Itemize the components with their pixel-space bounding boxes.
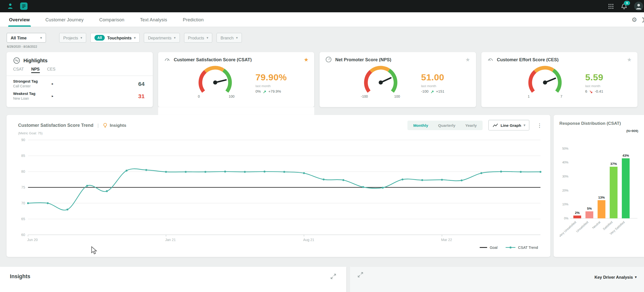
csat-value: 79.90% <box>256 72 287 83</box>
favorite-star-icon[interactable]: ★ <box>304 56 309 63</box>
csat-prev-value: 0% <box>256 89 261 93</box>
svg-text:20%: 20% <box>562 189 569 192</box>
ces-value-block: 5.59 last month 6 ↘ -0.41 <box>585 72 603 94</box>
tab-comparison[interactable]: Comparison <box>99 12 124 27</box>
dashboard-list-icon[interactable] <box>20 2 28 10</box>
tabs-right: ⚙ ❯ <box>631 12 639 27</box>
more-options-icon[interactable]: ⋮ <box>535 122 544 128</box>
csat-card-header: Customer Satisfaction Score (CSAT) ★ <box>164 56 309 63</box>
caret-down-icon: ▾ <box>40 36 42 40</box>
tab-prediction[interactable]: Prediction <box>183 12 204 27</box>
trend-controls: Monthly Quarterly Yearly Line Graph ▾ ⋮ <box>408 120 544 130</box>
highlights-tab-nps[interactable]: NPS <box>31 67 40 73</box>
caret-down-icon: ▾ <box>207 36 208 40</box>
csat-score-card[interactable]: Customer Satisfaction Score (CSAT) ★ 010… <box>158 52 314 107</box>
nps-card-body: -100100 51.00 last month -100 ↗ +151 <box>325 63 470 103</box>
favorite-star-icon[interactable]: ★ <box>627 56 632 63</box>
tab-overview[interactable]: Overview <box>9 12 30 27</box>
legend-csat-trend: CSAT Trend <box>506 246 538 250</box>
svg-text:Satisfied: Satisfied <box>602 220 613 231</box>
svg-text:10%: 10% <box>562 203 569 206</box>
products-dropdown[interactable]: Products ▾ <box>184 33 213 43</box>
svg-text:Jun 20: Jun 20 <box>27 238 38 242</box>
csat-trend-panel: Customer Satisfaction Score Trend | Insi… <box>7 115 550 257</box>
nps-delta: +151 <box>436 89 444 93</box>
expand-icon[interactable] <box>357 272 364 278</box>
ces-card-body: 17 5.59 last month 6 ↘ -0.41 <box>487 63 632 103</box>
caret-down-icon: ▾ <box>81 36 82 40</box>
svg-text:85: 85 <box>21 154 25 158</box>
card-title: Customer Effort Score (CES) <box>497 57 559 62</box>
trend-up-icon: ↗ <box>263 89 266 94</box>
branch-dropdown[interactable]: Branch ▾ <box>216 33 242 43</box>
svg-text:90: 90 <box>21 138 25 142</box>
time-range-dropdown[interactable]: All Time ▾ <box>7 33 46 43</box>
brand-logo-icon[interactable] <box>7 3 14 10</box>
bottom-panels-row: Insights Key Driver Analysis ▾ <box>0 267 644 292</box>
legend-goal: Goal <box>480 246 498 250</box>
weakest-tag-label: Weakest Tag <box>13 92 51 96</box>
highlights-tabs: CSAT NPS CES <box>7 67 153 76</box>
nps-value: 51.00 <box>421 72 444 83</box>
weakest-tag-name: New Loan <box>13 96 51 100</box>
divider: | <box>97 123 99 128</box>
trend-header: Customer Satisfaction Score Trend | Insi… <box>7 120 550 130</box>
weakest-tag-row[interactable]: Weakest Tag New Loan ▸ 31 <box>7 88 153 100</box>
insights-panel: Insights <box>0 267 346 292</box>
nps-score-card[interactable]: Net Promoter Score (NPS) ★ -100100 51.00… <box>320 52 476 107</box>
legend-series-label: CSAT Trend <box>518 246 538 250</box>
departments-dropdown[interactable]: Departments ▾ <box>144 33 180 43</box>
ces-score-card[interactable]: Customer Effort Score (CES) ★ 17 5.59 la… <box>481 52 637 107</box>
caret-down-icon: ▾ <box>524 123 525 127</box>
svg-text:5%: 5% <box>587 207 592 210</box>
card-title: Customer Satisfaction Score (CSAT) <box>174 57 252 62</box>
csat-icon <box>164 56 170 63</box>
notifications-bell-icon[interactable]: 9 <box>621 3 628 10</box>
user-avatar[interactable] <box>634 2 643 11</box>
strongest-tag-name: Call Center <box>13 84 51 88</box>
distribution-title: Response Distribution (CSAT) <box>559 121 641 126</box>
favorite-star-icon[interactable]: ★ <box>465 56 470 63</box>
ces-delta-row: 6 ↘ -0.41 <box>585 89 603 94</box>
apps-grid-icon[interactable] <box>608 3 614 9</box>
projects-dropdown[interactable]: Projects ▾ <box>59 33 86 43</box>
graph-type-dropdown[interactable]: Line Graph ▾ <box>488 120 529 130</box>
svg-text:1: 1 <box>528 94 530 98</box>
tab-customer-journey[interactable]: Customer Journey <box>45 12 84 27</box>
highlights-tab-ces[interactable]: CES <box>47 67 56 73</box>
svg-text:100: 100 <box>229 94 234 98</box>
settings-gear-icon[interactable]: ⚙ <box>631 16 637 23</box>
svg-text:37%: 37% <box>610 162 617 166</box>
svg-text:100: 100 <box>394 94 400 98</box>
highlights-tab-csat[interactable]: CSAT <box>13 67 24 73</box>
nps-gauge: -100100 <box>351 63 411 103</box>
strongest-tag-row[interactable]: Strongest Tag Call Center ▸ 64 <box>7 76 153 88</box>
weakest-tag-value: 31 <box>138 93 144 99</box>
key-driver-panel: Key Driver Analysis ▾ <box>350 267 644 292</box>
csat-card-body: 0100 79.90% last month 0% ↗ +79.9% <box>164 63 309 103</box>
trend-insights-link[interactable]: Insights <box>110 123 126 128</box>
period-monthly[interactable]: Monthly <box>408 122 433 129</box>
svg-text:60: 60 <box>21 233 25 237</box>
chevron-right-icon[interactable]: ▸ <box>52 82 54 86</box>
weakest-tag-labels: Weakest Tag New Loan <box>13 92 51 101</box>
collapse-chevron-icon[interactable]: ❯ <box>641 16 644 23</box>
period-quarterly[interactable]: Quarterly <box>433 122 460 129</box>
ces-prev-value: 6 <box>585 89 587 93</box>
chevron-right-icon[interactable]: ▸ <box>52 94 54 98</box>
key-driver-dropdown[interactable]: Key Driver Analysis ▾ <box>595 275 637 279</box>
projects-label: Projects <box>63 35 78 40</box>
touchpoints-label: Touchpoints <box>107 35 132 40</box>
kpi-cards-row: Highlights CSAT NPS CES Strongest Tag Ca… <box>0 48 644 107</box>
csat-trend-chart: 60657075808590Jun 20Jan 21Aug 21Mar 22 <box>11 138 547 246</box>
touchpoints-dropdown[interactable]: All Touchpoints ▾ <box>90 33 140 43</box>
strongest-tag-labels: Strongest Tag Call Center <box>13 79 51 88</box>
expand-icon[interactable] <box>330 273 336 280</box>
app-root: 9 Overview Customer Journey Comparison T… <box>0 0 644 292</box>
period-yearly[interactable]: Yearly <box>460 122 482 129</box>
tab-text-analysis[interactable]: Text Analysis <box>140 12 167 27</box>
csat-delta: +79.9% <box>268 89 281 93</box>
svg-text:13%: 13% <box>598 196 605 199</box>
caret-down-icon: ▾ <box>236 36 238 40</box>
nps-delta-row: -100 ↗ +151 <box>421 89 444 94</box>
